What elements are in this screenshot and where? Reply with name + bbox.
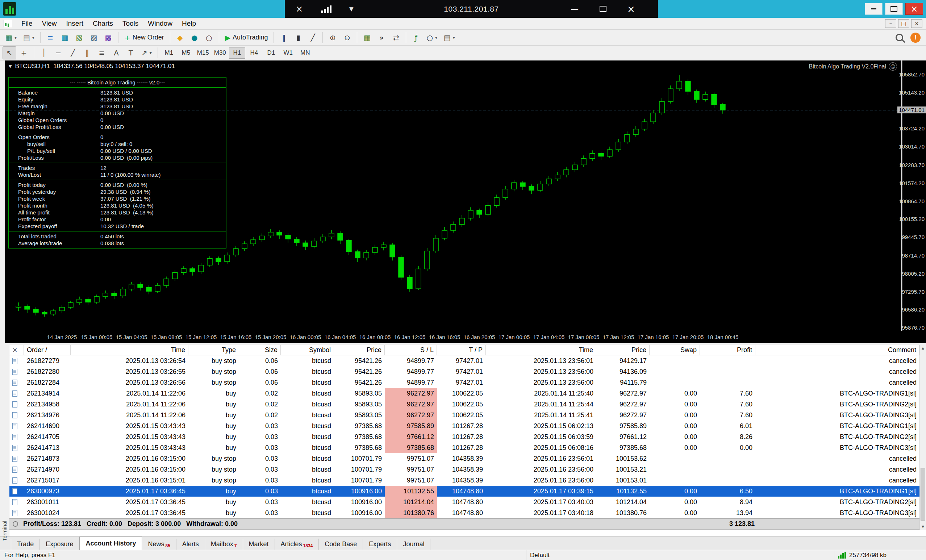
text-button[interactable]: A (109, 46, 123, 59)
vertical-scrollbar[interactable]: ▲ ▼ (920, 345, 926, 530)
timeframe-h4[interactable]: H4 (246, 47, 262, 59)
child-close-button[interactable]: × (911, 19, 922, 28)
menu-view[interactable]: View (37, 18, 62, 29)
data-window-button[interactable]: ▥ (58, 31, 72, 44)
window-minimize-button[interactable] (865, 3, 882, 15)
timeframe-m5[interactable]: M5 (178, 47, 194, 59)
scroll-up-button[interactable]: ▲ (920, 345, 926, 351)
column-header-size[interactable]: Size (239, 345, 281, 355)
column-header-s-l[interactable]: S / L (385, 345, 437, 355)
equidistant-channel-button[interactable]: ∥ (80, 46, 94, 59)
history-row[interactable]: 2630009732025.01.17 03:36:45buy0.03btcus… (9, 486, 920, 496)
column-header-type[interactable]: Type (188, 345, 239, 355)
tab-exposure[interactable]: Exposure (40, 539, 79, 550)
auto-scroll-button[interactable]: » (375, 31, 388, 44)
history-row[interactable]: 2618272792025.01.13 03:26:54buy stop0.06… (9, 355, 920, 366)
child-restore-button[interactable]: □ (898, 19, 909, 28)
menu-insert[interactable]: Insert (61, 18, 88, 29)
profiles-button[interactable]: ▤▾ (20, 31, 37, 44)
column-header-symbol[interactable]: Symbol (281, 345, 334, 355)
tile-windows-button[interactable]: ▦ (360, 31, 374, 44)
chart-plot[interactable]: ▼ BTCUSD,H1 104337.56 104548.05 104153.3… (5, 61, 901, 331)
history-row[interactable]: 2624146902025.01.15 03:43:43buy0.03btcus… (9, 421, 920, 431)
column-header-comment[interactable]: Comment (755, 345, 920, 355)
arrows-button[interactable]: ↗▾ (138, 46, 155, 59)
chevron-down-icon[interactable]: ▼ (349, 6, 354, 12)
menu-window[interactable]: Window (143, 18, 177, 29)
tab-code-base[interactable]: Code Base (319, 539, 363, 550)
menu-tools[interactable]: Tools (118, 18, 143, 29)
market-watch-button[interactable]: ≡ (44, 31, 57, 44)
zoom-in-button[interactable]: ⊕ (326, 31, 339, 44)
rdp-minimize-button[interactable]: — (564, 0, 586, 18)
horizontal-line-button[interactable]: ─ (51, 46, 65, 59)
history-row[interactable]: 2627149702025.01.16 03:15:00buy stop0.03… (9, 464, 920, 475)
history-row[interactable]: 2618272842025.01.13 03:26:56buy stop0.06… (9, 377, 920, 388)
mql5-community-button[interactable]: ● (188, 31, 201, 44)
strategy-tester-button[interactable]: ▩ (101, 31, 115, 44)
column-header-time[interactable]: Time (486, 345, 596, 355)
timeframe-w1[interactable]: W1 (280, 47, 297, 59)
tab-account-history[interactable]: Account History (79, 536, 142, 550)
timeframe-mn[interactable]: MN (297, 47, 313, 59)
vertical-line-button[interactable]: │ (37, 46, 51, 59)
timeframe-m15[interactable]: M15 (195, 47, 211, 59)
disconnect-icon[interactable]: × (296, 4, 303, 14)
candlestick-chart-button[interactable]: ▮ (291, 31, 305, 44)
periods-button[interactable]: ○▾ (424, 31, 440, 44)
column-header-swap[interactable]: Swap (649, 345, 700, 355)
line-chart-button[interactable]: ╱ (306, 31, 319, 44)
column-header-time[interactable]: Time (71, 345, 188, 355)
tab-market[interactable]: Market (243, 539, 275, 550)
trendline-button[interactable]: ╱ (66, 46, 80, 59)
tab-journal[interactable]: Journal (397, 539, 430, 550)
tab-trade[interactable]: Trade (11, 539, 40, 550)
indicators-button[interactable]: ƒ (409, 31, 423, 44)
history-row[interactable]: 2630010242025.01.17 03:36:45buy0.03btcus… (9, 507, 920, 518)
menu-charts[interactable]: Charts (88, 18, 118, 29)
status-profile[interactable]: Default (526, 550, 834, 560)
new-order-button[interactable]: +New Order (121, 31, 167, 44)
scroll-down-button[interactable]: ▼ (920, 524, 926, 530)
autotrading-button[interactable]: ▶AutoTrading (222, 31, 271, 44)
history-row[interactable]: 2621349762025.01.14 11:22:06buy0.02btcus… (9, 410, 920, 421)
bar-chart-button[interactable]: ‖ (277, 31, 291, 44)
search-button[interactable] (892, 31, 906, 44)
column-header-profit[interactable]: Profit (700, 345, 755, 355)
cursor-button[interactable]: ↖ (3, 46, 16, 59)
templates-button[interactable]: ▤▾ (441, 31, 458, 44)
history-row[interactable]: 2621349582025.01.14 11:22:06buy0.02btcus… (9, 399, 920, 410)
chart-shift-button[interactable]: ⇄ (389, 31, 403, 44)
tab-articles[interactable]: Articles1834 (275, 539, 319, 550)
history-row[interactable]: 2630010112025.01.17 03:36:45buy0.03btcus… (9, 496, 920, 507)
tab-experts[interactable]: Experts (363, 539, 397, 550)
text-label-button[interactable]: T (124, 46, 138, 59)
ea-status-icon[interactable]: ☺ (889, 62, 897, 71)
rdp-close-button[interactable]: × (620, 0, 642, 18)
menu-file[interactable]: File (17, 18, 37, 29)
history-row[interactable]: 2624147052025.01.15 03:43:43buy0.03btcus… (9, 431, 920, 442)
timeframe-d1[interactable]: D1 (263, 47, 279, 59)
timeframe-h1[interactable]: H1 (229, 47, 245, 59)
signal-bars-icon[interactable] (321, 5, 331, 13)
scrollbar-thumb[interactable] (921, 468, 925, 521)
notifications-button[interactable]: ! (911, 33, 921, 43)
tab-mailbox[interactable]: Mailbox7 (205, 539, 243, 550)
window-maximize-button[interactable] (885, 3, 903, 15)
price-axis[interactable]: 105852.70105143.20104471.01103724.201030… (902, 61, 926, 331)
timeframe-m1[interactable]: M1 (161, 47, 177, 59)
column-header-order[interactable]: Order / (24, 345, 71, 355)
zoom-out-button[interactable]: ⊖ (340, 31, 354, 44)
fibonacci-button[interactable]: ≡ (95, 46, 109, 59)
tab-alerts[interactable]: Alerts (176, 539, 205, 550)
chevron-down-icon[interactable]: ▼ (9, 64, 12, 69)
column-header-price[interactable]: Price (334, 345, 385, 355)
tab-news[interactable]: News85 (142, 539, 176, 550)
history-row[interactable]: 2627150172025.01.16 03:15:01buy stop0.03… (9, 475, 920, 486)
navigator-button[interactable]: ▧ (73, 31, 86, 44)
column-header-price[interactable]: Price (596, 345, 649, 355)
rdp-restore-button[interactable] (592, 0, 614, 18)
metaeditor-button[interactable]: ◆ (173, 31, 187, 44)
window-close-button[interactable]: × (905, 3, 923, 15)
time-axis[interactable]: 14 Jan 202515 Jan 00:0515 Jan 04:0515 Ja… (5, 331, 926, 343)
